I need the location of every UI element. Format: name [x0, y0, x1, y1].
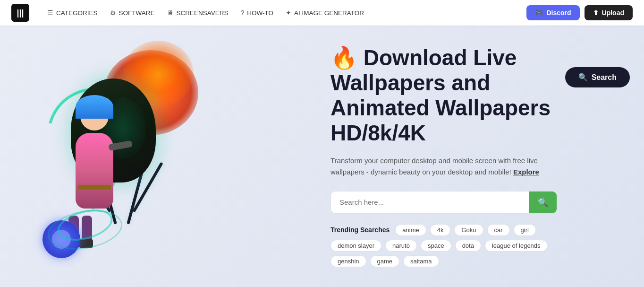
nav-label-software: SOFTWARE	[119, 9, 155, 17]
nav-label-ai: AI IMAGE GENERATOR	[294, 9, 364, 17]
nav-actions: 🎮 Discord ⬆ Upload	[526, 5, 633, 20]
header-search-button[interactable]: 🔍 Search	[565, 67, 630, 87]
search-submit-button[interactable]: 🔍	[529, 191, 557, 213]
search-icon: 🔍	[578, 73, 588, 82]
question-icon: ?	[241, 9, 245, 17]
trending-tag[interactable]: space	[421, 240, 451, 252]
trending-tag[interactable]: saitama	[403, 255, 439, 267]
search-input[interactable]	[331, 191, 529, 213]
nav-label-screensavers: SCREENSAVERS	[177, 9, 229, 17]
trending-tag[interactable]: anime	[395, 224, 426, 236]
fire-icon: 🔥	[330, 45, 357, 70]
hero-description: Transform your computer desktop and mobi…	[330, 155, 557, 178]
trending-tag[interactable]: 4k	[430, 224, 451, 236]
trending-tag[interactable]: genshin	[330, 255, 366, 267]
characters-illustration	[33, 41, 279, 272]
jinx-body	[76, 133, 113, 209]
jinx-belt	[78, 185, 111, 190]
hero-title: 🔥 Download Live Wallpapers and Animated …	[330, 45, 557, 146]
trending-tag[interactable]: dota	[455, 240, 481, 252]
trending-tag[interactable]: Goku	[454, 224, 483, 236]
hero-title-text: Download Live Wallpapers and Animated Wa…	[330, 45, 551, 145]
hero-desc-text: Transform your computer desktop and mobi…	[330, 157, 538, 176]
trending-tag[interactable]: demon slayer	[330, 240, 381, 252]
discord-button[interactable]: 🎮 Discord	[526, 5, 579, 20]
discord-icon: 🎮	[535, 9, 543, 17]
jinx-face	[87, 119, 102, 126]
trending-searches: Trending Searches anime4kGokucargirldemo…	[330, 224, 557, 267]
nav-label-howto: HOW-TO	[247, 9, 273, 17]
upload-button[interactable]: ⬆ Upload	[585, 5, 633, 20]
monitor-icon: 🖥	[167, 9, 174, 17]
search-submit-icon: 🔍	[538, 197, 548, 208]
logo[interactable]: |||	[11, 4, 29, 22]
trending-tag[interactable]: league of legends	[485, 240, 548, 252]
nav-item-categories[interactable]: ☰ CATEGORIES	[42, 6, 102, 19]
upload-icon: ⬆	[593, 9, 599, 17]
jinx-head	[80, 102, 109, 130]
trending-tag[interactable]: girl	[514, 224, 536, 236]
jinx-hair	[76, 95, 113, 119]
nav-item-software[interactable]: ⚙ SOFTWARE	[105, 6, 160, 19]
nav-label-categories: CATEGORIES	[56, 9, 98, 17]
nav-items: ☰ CATEGORIES ⚙ SOFTWARE 🖥 SCREENSAVERS ?…	[42, 6, 513, 19]
hero-section: 🔍 Search	[0, 26, 644, 287]
trending-tag[interactable]: game	[370, 255, 400, 267]
gear-icon: ⚙	[110, 9, 116, 17]
nav-item-howto[interactable]: ? HOW-TO	[236, 6, 279, 19]
sparkle-icon: ✦	[286, 9, 291, 17]
trending-tag[interactable]: naruto	[385, 240, 417, 252]
trending-label: Trending Searches	[330, 226, 390, 234]
menu-icon: ☰	[47, 9, 53, 17]
hero-image	[0, 26, 312, 287]
trending-tag[interactable]: car	[487, 224, 510, 236]
navbar: ||| ☰ CATEGORIES ⚙ SOFTWARE 🖥 SCREENSAVE…	[0, 0, 644, 26]
search-bar: 🔍	[330, 191, 557, 214]
explore-link[interactable]: Explore	[513, 168, 539, 176]
hero-content: 🔥 Download Live Wallpapers and Animated …	[312, 26, 557, 286]
nav-item-ai-generator[interactable]: ✦ AI IMAGE GENERATOR	[281, 6, 369, 19]
nav-item-screensavers[interactable]: 🖥 SCREENSAVERS	[162, 6, 233, 19]
